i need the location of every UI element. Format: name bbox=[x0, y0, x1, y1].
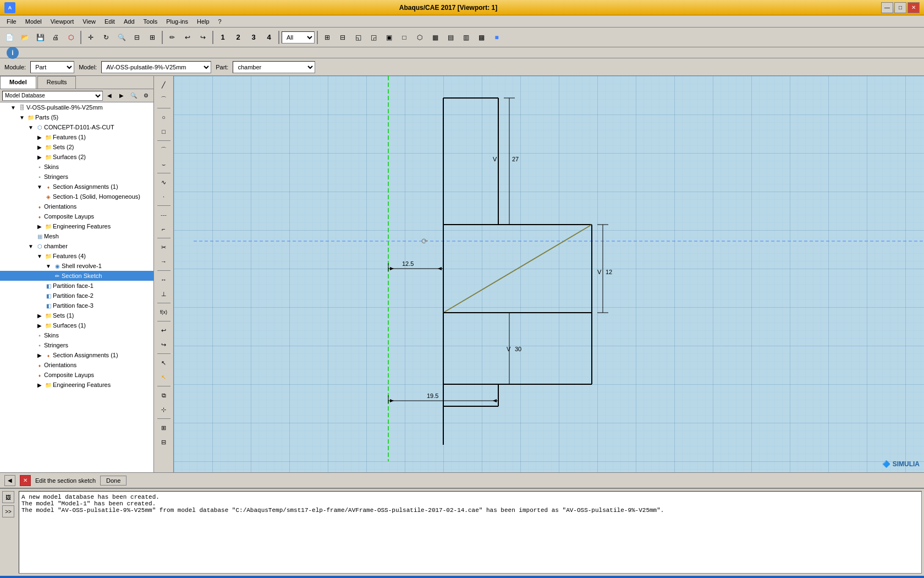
menu-question[interactable]: ? bbox=[214, 17, 226, 26]
tree-orientations-2[interactable]: ⬧ Orientations bbox=[0, 360, 153, 370]
menu-file[interactable]: File bbox=[2, 17, 21, 26]
new-button[interactable]: 📄 bbox=[2, 30, 16, 45]
tab-model[interactable]: Model bbox=[0, 76, 36, 89]
tree-db-select[interactable]: Model Database bbox=[2, 91, 103, 101]
save-button[interactable]: 💾 bbox=[33, 30, 47, 45]
redo-button[interactable]: ↪ bbox=[196, 30, 210, 45]
rotate-button[interactable]: ↻ bbox=[99, 30, 113, 45]
trim-btn[interactable]: ✂ bbox=[156, 241, 172, 254]
back-button[interactable]: ◀ bbox=[4, 475, 15, 486]
msg-btn1[interactable]: 🖼 bbox=[2, 491, 14, 503]
constraint-btn[interactable]: ⊥ bbox=[156, 287, 172, 301]
move-vp-btn[interactable]: ⊹ bbox=[156, 403, 172, 416]
tree-section-sketch[interactable]: ✏ Section Sketch bbox=[0, 271, 153, 281]
construction-btn[interactable]: --- bbox=[156, 208, 172, 221]
tree-eng-features-2[interactable]: ▶ 📁 Engineering Features bbox=[0, 380, 153, 390]
close-button[interactable]: ✕ bbox=[908, 2, 920, 13]
tree-chamber[interactable]: ▼ ⬡ chamber bbox=[0, 241, 153, 251]
view-btn6[interactable]: □ bbox=[397, 30, 411, 45]
tree-section1[interactable]: ◈ Section-1 (Solid, Homogeneous) bbox=[0, 192, 153, 201]
tree-composite-2[interactable]: ⬧ Composite Layups bbox=[0, 370, 153, 380]
tree-eng-features-1[interactable]: ▶ 📁 Engineering Features bbox=[0, 221, 153, 231]
drawing-canvas[interactable]: 27 V 12.5 12 V 19.5 bbox=[174, 76, 924, 472]
num3-button[interactable]: 3 bbox=[246, 30, 261, 45]
draw-arc-btn[interactable]: ⌒ bbox=[156, 92, 172, 106]
tree-parts[interactable]: ▼ 📁 Parts (5) bbox=[0, 112, 153, 122]
tree-surfaces-2[interactable]: ▶ 📁 Surfaces (2) bbox=[0, 152, 153, 162]
zoom-out-button[interactable]: ⊟ bbox=[130, 30, 144, 45]
tree-btn1[interactable]: ◀ bbox=[104, 90, 115, 101]
tree-sets-1[interactable]: ▶ 📁 Sets (1) bbox=[0, 310, 153, 320]
draw-arc2-btn[interactable]: ⌒ bbox=[156, 143, 172, 156]
render-btn5[interactable]: ■ bbox=[490, 30, 504, 45]
minimize-button[interactable]: — bbox=[881, 2, 893, 13]
done-button[interactable]: Done bbox=[100, 476, 127, 486]
tree-btn4[interactable]: ⚙ bbox=[140, 90, 151, 101]
tab-results[interactable]: Results bbox=[37, 76, 76, 89]
tree-section-assign-2[interactable]: ▶ ⬧ Section Assignments (1) bbox=[0, 350, 153, 360]
msg-btn2[interactable]: >> bbox=[2, 505, 14, 517]
render-btn2[interactable]: ▤ bbox=[443, 30, 458, 45]
model-select[interactable]: AV-OSS-pulsatile-9%-V25mm bbox=[101, 61, 211, 73]
select-btn[interactable]: ↖ bbox=[156, 356, 172, 369]
num4-button[interactable]: 4 bbox=[262, 30, 276, 45]
message-panel[interactable]: A new model database has been created. T… bbox=[19, 491, 922, 574]
tree-root[interactable]: ▼ 🗄 V-OSS-pulsatile-9%-V25mm bbox=[0, 102, 153, 112]
draw-circle-btn[interactable]: ○ bbox=[156, 111, 172, 124]
view-btn1[interactable]: ⊞ bbox=[320, 30, 334, 45]
info-button[interactable]: i bbox=[7, 47, 19, 59]
tree-surfaces-1[interactable]: ▶ 📁 Surfaces (1) bbox=[0, 320, 153, 330]
tree-btn3[interactable]: 🔍 bbox=[128, 90, 139, 101]
abort-button[interactable]: ⬡ bbox=[64, 30, 78, 45]
select2-btn[interactable]: ↖ bbox=[156, 370, 172, 384]
draw-line-btn[interactable]: ╱ bbox=[156, 78, 172, 91]
selection-filter[interactable]: All bbox=[282, 31, 315, 43]
view-btn3[interactable]: ◱ bbox=[351, 30, 365, 45]
num2-button[interactable]: 2 bbox=[231, 30, 245, 45]
menu-edit[interactable]: Edit bbox=[100, 17, 119, 26]
fit-button[interactable]: ⊞ bbox=[145, 30, 160, 45]
menu-tools[interactable]: Tools bbox=[139, 17, 162, 26]
menu-model[interactable]: Model bbox=[21, 17, 46, 26]
tree-orientations-1[interactable]: ⬧ Orientations bbox=[0, 201, 153, 211]
view-btn2[interactable]: ⊟ bbox=[336, 30, 350, 45]
tree-features-1[interactable]: ▶ 📁 Features (1) bbox=[0, 132, 153, 142]
dimension-btn[interactable]: ↔ bbox=[156, 273, 172, 286]
tree-stringers-2[interactable]: ▪ Stringers bbox=[0, 340, 153, 350]
fillet-btn[interactable]: ⌐ bbox=[156, 222, 172, 236]
tree-section-assign-1[interactable]: ▼ ⬧ Section Assignments (1) bbox=[0, 182, 153, 192]
module-select[interactable]: Part bbox=[30, 61, 74, 73]
tree-skins-1[interactable]: ▪ Skins bbox=[0, 162, 153, 172]
menu-add[interactable]: Add bbox=[119, 17, 139, 26]
render-btn4[interactable]: ▩ bbox=[474, 30, 488, 45]
tree-sets-2[interactable]: ▶ 📁 Sets (2) bbox=[0, 142, 153, 152]
menu-viewport[interactable]: Viewport bbox=[46, 17, 79, 26]
tree-partition-face3[interactable]: ◧ Partition face-3 bbox=[0, 301, 153, 310]
fx-btn[interactable]: f(x) bbox=[156, 306, 172, 319]
undo-vp-btn[interactable]: ↩ bbox=[156, 324, 172, 337]
grid-btn1[interactable]: ⊞ bbox=[156, 421, 172, 434]
tree-concept[interactable]: ▼ ⬡ CONCEPT-D101-AS-CUT bbox=[0, 122, 153, 132]
tree-stringers-1[interactable]: ▪ Stringers bbox=[0, 172, 153, 182]
viewport-area[interactable]: ╱ ⌒ ○ □ ⌒ ⌣ ∿ · --- ⌐ ✂ → ↔ ⊥ f(x) ↩ bbox=[154, 76, 924, 472]
draw-rect-btn[interactable]: □ bbox=[156, 125, 172, 138]
extend-btn[interactable]: → bbox=[156, 255, 172, 268]
menu-plugins[interactable]: Plug-ins bbox=[162, 17, 193, 26]
copy-btn[interactable]: ⧉ bbox=[156, 389, 172, 402]
tree-skins-2[interactable]: ▪ Skins bbox=[0, 330, 153, 340]
maximize-button[interactable]: □ bbox=[894, 2, 906, 13]
view-btn5[interactable]: ▣ bbox=[382, 30, 396, 45]
sketch-button[interactable]: ✏ bbox=[165, 30, 179, 45]
print-button[interactable]: 🖨 bbox=[48, 30, 63, 45]
menu-help[interactable]: Help bbox=[193, 17, 214, 26]
tree-shell-revolve[interactable]: ▼ ◉ Shell revolve-1 bbox=[0, 261, 153, 271]
tree-mesh-1[interactable]: ▦ Mesh bbox=[0, 231, 153, 241]
tree-partition-face1[interactable]: ◧ Partition face-1 bbox=[0, 281, 153, 291]
tree-partition-face2[interactable]: ◧ Partition face-2 bbox=[0, 291, 153, 301]
view-btn4[interactable]: ◲ bbox=[366, 30, 381, 45]
cancel-button[interactable]: ✕ bbox=[20, 475, 31, 486]
part-select[interactable]: chamber bbox=[233, 61, 315, 73]
grid-btn2[interactable]: ⊟ bbox=[156, 435, 172, 449]
move-button[interactable]: ✛ bbox=[84, 30, 98, 45]
tree-features-4[interactable]: ▼ 📁 Features (4) bbox=[0, 251, 153, 261]
